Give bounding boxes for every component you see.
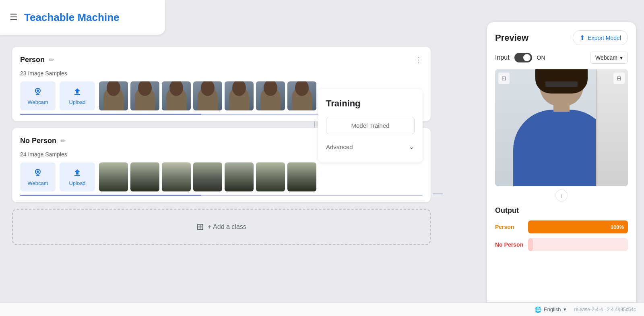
no-person-thumbnails <box>99 162 316 191</box>
training-title: Training <box>326 98 415 109</box>
preview-panel: Preview ⬆ Export Model Input ON Webcam ▾ <box>487 22 636 308</box>
add-class-card[interactable]: ⊞ + Add a class <box>12 209 431 245</box>
version-text: release-2-4-4 · 2.4.4#95c54c <box>574 307 636 312</box>
no-person-upload-button[interactable]: Upload <box>60 162 95 191</box>
person-upload-button[interactable]: Upload <box>60 81 95 110</box>
no-person-upload-label: Upload <box>69 180 85 186</box>
header: ☰ Teachable Machine <box>0 0 165 35</box>
no-person-name-row: No Person ✏ <box>20 137 66 145</box>
training-panel: Training Model Trained Advanced ⌄ <box>318 89 423 162</box>
thumb-person-7 <box>287 81 316 110</box>
output-section: Output Person 100% No Person <box>495 206 628 302</box>
thumb-person-5 <box>225 81 254 110</box>
advanced-row[interactable]: Advanced ⌄ <box>326 141 415 153</box>
person-class-name: Person <box>20 56 45 64</box>
thumb-person-4 <box>193 81 222 110</box>
thumb-noperson-4 <box>193 162 222 191</box>
add-class-button[interactable]: ⊞ + Add a class <box>196 222 246 232</box>
thumb-person-6 <box>256 81 285 110</box>
upload-icon-person <box>72 87 82 97</box>
thumb-noperson-3 <box>162 162 191 191</box>
person-webcam-button[interactable]: Webcam <box>20 81 56 110</box>
main-area: Person ✏ ⋮ 23 Image Samples Webcam Uploa… <box>0 35 443 316</box>
webcam-select-chevron: ▾ <box>620 54 623 61</box>
input-label: Input <box>495 54 510 61</box>
no-person-webcam-label: Webcam <box>27 180 48 186</box>
webcam-icon-person <box>33 87 43 97</box>
output-bar-no-person <box>528 238 533 251</box>
arrow-down-container: ↓ <box>495 189 628 202</box>
thumb-noperson-6 <box>256 162 285 191</box>
export-model-button[interactable]: ⬆ Export Model <box>573 30 628 45</box>
no-person-scrollbar[interactable] <box>20 195 423 196</box>
webcam-icon-noperson <box>33 168 43 178</box>
input-toggle[interactable] <box>514 53 532 62</box>
person-upload-label: Upload <box>69 99 85 105</box>
export-icon: ⬆ <box>580 34 585 42</box>
input-row: Input ON Webcam ▾ <box>495 52 628 64</box>
output-bar-container-no-person <box>528 238 628 251</box>
thumb-noperson-2 <box>130 162 159 191</box>
thumb-person-1 <box>99 81 128 110</box>
thumb-person-3 <box>162 81 191 110</box>
upload-icon-noperson <box>72 168 82 178</box>
person-class-header: Person ✏ ⋮ <box>20 55 423 64</box>
person-edit-icon[interactable]: ✏ <box>49 56 54 64</box>
toggle-on-label: ON <box>537 54 545 61</box>
thumb-noperson-1 <box>99 162 128 191</box>
person-webcam-label: Webcam <box>27 99 48 105</box>
arrow-down-circle: ↓ <box>555 189 568 202</box>
output-row-no-person: No Person <box>495 238 628 251</box>
webcam-select-label: Webcam <box>595 54 617 61</box>
person-samples-label: 23 Image Samples <box>20 70 423 77</box>
thumb-noperson-7 <box>287 162 316 191</box>
add-class-label: + Add a class <box>208 223 246 231</box>
no-person-scrollbar-inner <box>20 195 201 196</box>
preview-header: Preview ⬆ Export Model <box>495 30 628 45</box>
webcam-toolbar: ⊡ <box>498 73 510 84</box>
person-scrollbar-inner <box>20 114 201 115</box>
toggle-knob <box>523 54 530 61</box>
webcam-feed: ⊡ ⊟ <box>495 69 628 186</box>
person-more-icon[interactable]: ⋮ <box>415 55 423 64</box>
webcam-tool-right: ⊟ <box>613 73 625 84</box>
thumb-person-2 <box>130 81 159 110</box>
preview-title: Preview <box>495 33 528 43</box>
no-person-webcam-button[interactable]: Webcam <box>20 162 56 191</box>
person-thumbnails <box>99 81 316 110</box>
footer: 🌐 English ▾ release-2-4-4 · 2.4.4#95c54c <box>0 302 644 316</box>
webcam-resize-icon[interactable]: ⊡ <box>498 73 510 84</box>
app-title: Teachable Machine <box>24 11 120 24</box>
no-person-class-name: No Person <box>20 137 56 145</box>
webcam-settings-icon[interactable]: ⊟ <box>613 73 625 84</box>
model-trained-button[interactable]: Model Trained <box>326 117 415 134</box>
webcam-select[interactable]: Webcam ▾ <box>590 52 628 64</box>
no-person-samples-row: Webcam Upload <box>20 162 423 191</box>
output-bar-container-person: 100% <box>528 220 628 233</box>
add-class-icon: ⊞ <box>196 222 204 232</box>
globe-icon: 🌐 <box>535 306 541 313</box>
language-label: English <box>544 306 561 312</box>
advanced-label: Advanced <box>326 143 353 150</box>
output-title: Output <box>495 206 628 215</box>
no-person-edit-icon[interactable]: ✏ <box>60 137 66 145</box>
language-chevron-icon: ▾ <box>564 306 566 312</box>
export-model-label: Export Model <box>588 35 621 41</box>
output-label-no-person: No Person <box>495 241 523 248</box>
output-bar-person: 100% <box>528 220 628 233</box>
thumb-noperson-5 <box>225 162 254 191</box>
output-row-person: Person 100% <box>495 220 628 233</box>
person-name-row: Person ✏ <box>20 56 54 64</box>
output-label-person: Person <box>495 224 523 230</box>
chevron-down-icon: ⌄ <box>409 142 415 151</box>
language-select[interactable]: 🌐 English ▾ <box>535 306 566 313</box>
hamburger-menu-icon[interactable]: ☰ <box>10 12 18 23</box>
